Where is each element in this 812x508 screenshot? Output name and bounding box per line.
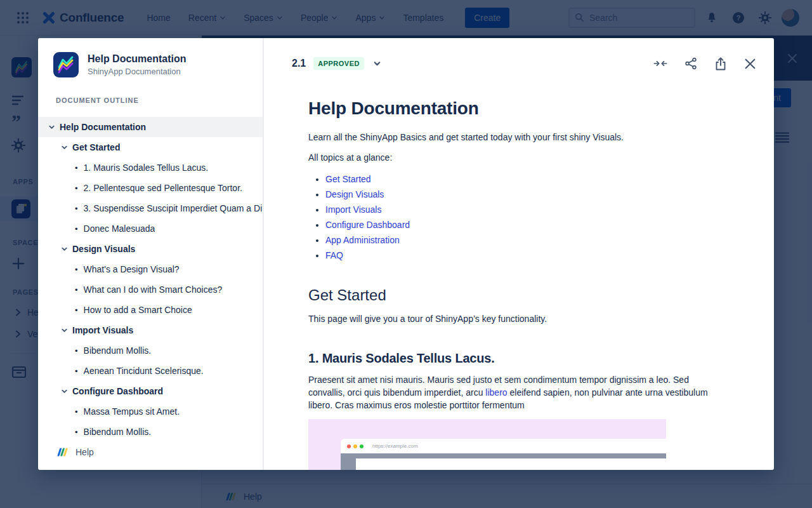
document-viewer: 2.1 APPROVED bbox=[264, 38, 774, 470]
collapse-icon[interactable] bbox=[653, 57, 667, 70]
traffic-light-green bbox=[360, 444, 363, 448]
outline-item[interactable]: • Bibendum Mollis. bbox=[38, 340, 263, 361]
topic-list-item: FAQ bbox=[325, 248, 720, 263]
chevron-down-icon[interactable] bbox=[48, 123, 56, 131]
document-header: 2.1 APPROVED bbox=[264, 38, 774, 83]
topic-link[interactable]: Import Visuals bbox=[325, 204, 381, 215]
outline-item[interactable]: • 1. Mauris Sodales Tellus Lacus. bbox=[38, 157, 263, 178]
document-outline-panel: Help Documentation ShinyApp Documentatio… bbox=[38, 38, 264, 470]
bullet-icon: • bbox=[75, 163, 78, 173]
topic-link[interactable]: Configure Dashboard bbox=[325, 220, 410, 230]
topic-link[interactable]: App Administration bbox=[325, 235, 400, 245]
status-badge: APPROVED bbox=[313, 57, 364, 70]
bullet-icon: • bbox=[75, 305, 78, 315]
outline-tree: • Help Documentation • Get Started bbox=[38, 117, 263, 438]
outline-item[interactable]: • Get Started bbox=[38, 137, 263, 157]
subsection-heading: 1. Mauris Sodales Tellus Lacus. bbox=[308, 351, 720, 366]
topic-link[interactable]: FAQ bbox=[325, 250, 343, 260]
bullet-icon: • bbox=[75, 427, 78, 437]
topic-list-item: Get Started bbox=[325, 171, 720, 187]
bullet-icon: • bbox=[75, 346, 78, 356]
outline-item[interactable]: • Help Documentation bbox=[38, 117, 263, 137]
version-dropdown[interactable] bbox=[373, 60, 381, 68]
screen: Confluence Home Recent bbox=[0, 0, 812, 508]
modal-subtitle: ShinyApp Documentation bbox=[88, 67, 187, 76]
doc-paragraph: Learn all the ShinyApp Basics and get st… bbox=[308, 131, 720, 144]
traffic-light-yellow bbox=[353, 444, 357, 448]
share-icon[interactable] bbox=[684, 57, 697, 70]
topic-link[interactable]: Design Visuals bbox=[325, 189, 384, 199]
bullet-icon: • bbox=[75, 184, 78, 193]
chevron-down-icon[interactable] bbox=[61, 144, 69, 151]
outline-item[interactable]: • Design Visuals bbox=[38, 239, 263, 259]
browser-url: https://example.com bbox=[372, 443, 418, 449]
bullet-icon: • bbox=[75, 366, 78, 376]
outline-item[interactable]: • What's a Design Visual? bbox=[38, 259, 263, 279]
export-icon[interactable] bbox=[714, 57, 727, 70]
chevron-down-icon[interactable] bbox=[61, 326, 69, 334]
bullet-icon: • bbox=[75, 204, 78, 213]
topic-list-item: App Administration bbox=[325, 232, 720, 248]
bullet-icon: • bbox=[75, 285, 78, 295]
doc-title: Help Documentation bbox=[308, 98, 720, 119]
outline-item[interactable]: • Donec Malesuada bbox=[38, 218, 263, 239]
topics-list: Get Started Design Visuals Import Visual… bbox=[325, 171, 720, 263]
outline-section-label: DOCUMENT OUTLINE bbox=[56, 97, 263, 104]
outline-item[interactable]: • Import Visuals bbox=[38, 320, 263, 340]
help-doc-modal: Help Documentation ShinyApp Documentatio… bbox=[38, 38, 774, 470]
outline-item[interactable]: • Massa Tempus sit Amet. bbox=[38, 401, 263, 422]
topic-list-item: Import Visuals bbox=[325, 202, 720, 217]
doc-paragraph: Praesent sit amet nisi mauris. Mauris se… bbox=[308, 373, 720, 411]
inline-link[interactable]: libero bbox=[485, 387, 507, 398]
outline-item[interactable]: • Bibendum Mollis. bbox=[38, 422, 263, 438]
outline-help-link[interactable]: Help bbox=[38, 438, 263, 470]
topic-link[interactable]: Get Started bbox=[325, 174, 371, 184]
outline-item[interactable]: • Aenean Tincidunt Scelerisque. bbox=[38, 361, 263, 381]
help-slashes-icon bbox=[57, 447, 68, 457]
browser-mockup: https://example.com bbox=[341, 439, 666, 470]
document-body: Help Documentation Learn all the ShinyAp… bbox=[264, 98, 774, 470]
section-heading: Get Started bbox=[308, 286, 720, 305]
chevron-down-icon[interactable] bbox=[61, 387, 69, 395]
doc-paragraph: All topics at a glance: bbox=[308, 151, 720, 164]
bullet-icon: • bbox=[75, 265, 78, 274]
topic-list-item: Configure Dashboard bbox=[325, 217, 720, 232]
version-number: 2.1 bbox=[292, 58, 306, 69]
traffic-light-red bbox=[347, 444, 351, 448]
outline-item[interactable]: • How to add a Smart Choice bbox=[38, 300, 263, 320]
chevron-down-icon[interactable] bbox=[61, 245, 69, 253]
topic-list-item: Design Visuals bbox=[325, 187, 720, 202]
outline-item[interactable]: • Configure Dashboard bbox=[38, 381, 263, 401]
close-icon[interactable] bbox=[744, 58, 756, 70]
screenshot-image: https://example.com bbox=[308, 419, 666, 470]
chart-app-icon bbox=[53, 52, 79, 77]
bullet-icon: • bbox=[75, 407, 78, 417]
doc-paragraph: This page will give you a tour of ShinyA… bbox=[308, 312, 720, 325]
outline-item[interactable]: • 3. Suspendisse Suscipit Imperdiet Quam… bbox=[38, 198, 263, 218]
outline-item[interactable]: • 2. Pellentesque sed Pellentesque Torto… bbox=[38, 178, 263, 198]
bullet-icon: • bbox=[75, 224, 78, 234]
modal-title: Help Documentation bbox=[88, 53, 187, 65]
outline-item[interactable]: • What can I do with Smart Choices? bbox=[38, 279, 263, 300]
